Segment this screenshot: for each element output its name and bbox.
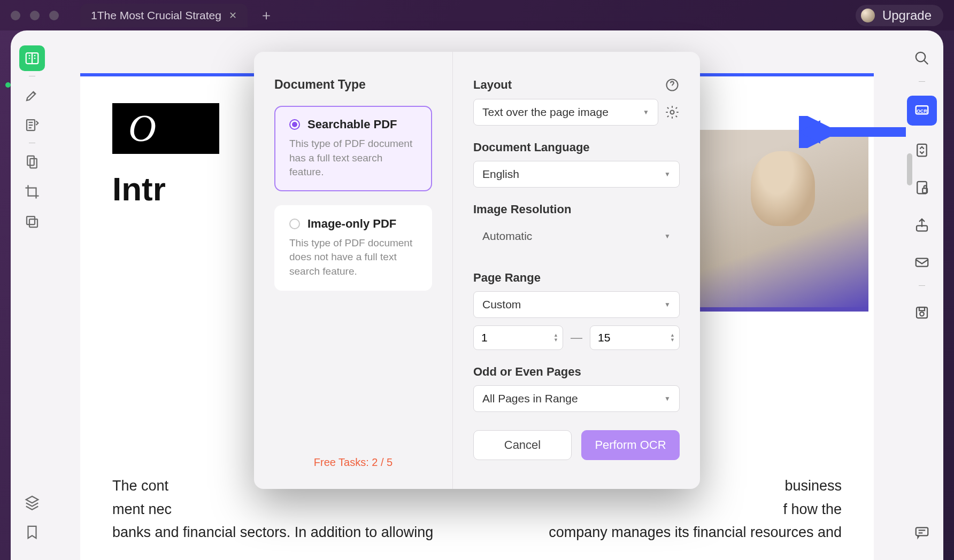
svg-rect-10	[917, 144, 927, 157]
svg-rect-11	[917, 182, 927, 194]
layout-select[interactable]: Text over the page image ▼	[473, 99, 658, 126]
page-to-input[interactable]: 15 ▲▼	[590, 325, 680, 350]
pages-panel-button[interactable]	[19, 149, 45, 175]
radio-icon	[289, 119, 300, 130]
dialog-left-pane: Document Type Searchable PDF This type o…	[254, 52, 453, 489]
free-tasks-label: Free Tasks: 2 / 5	[274, 456, 432, 469]
status-dot	[5, 82, 11, 88]
document-tab[interactable]: 1The Most Crucial Strateg ✕	[80, 4, 248, 27]
avatar	[861, 9, 875, 22]
gear-icon[interactable]	[665, 105, 680, 120]
chevron-down-icon: ▼	[643, 108, 649, 116]
odd-even-select[interactable]: All Pages in Range ▼	[473, 385, 680, 412]
document-photo	[687, 130, 868, 312]
left-toolbar	[11, 30, 53, 560]
tab-title: 1The Most Crucial Strateg	[91, 9, 221, 22]
right-toolbar: OCR	[901, 30, 943, 560]
bookmark-button[interactable]	[19, 519, 45, 545]
minimize-window[interactable]	[30, 11, 40, 20]
radio-icon	[289, 219, 300, 229]
close-window[interactable]	[11, 11, 20, 20]
svg-rect-14	[916, 259, 928, 267]
page-from-value: 1	[481, 331, 488, 344]
option-image-only-pdf[interactable]: Image-only PDF This type of PDF document…	[274, 205, 432, 291]
save-button[interactable]	[909, 300, 935, 325]
toolbar-separator	[27, 76, 37, 77]
upgrade-button[interactable]: Upgrade	[856, 5, 943, 26]
toolbar-separator	[918, 83, 926, 84]
stepper-down-icon[interactable]: ▼	[670, 338, 675, 343]
doc-language-select[interactable]: English ▼	[473, 161, 680, 188]
close-tab-icon[interactable]: ✕	[229, 10, 237, 21]
svg-rect-4	[27, 216, 35, 224]
option-searchable-pdf[interactable]: Searchable PDF This type of PDF document…	[274, 106, 432, 191]
ocr-button[interactable]: OCR	[907, 96, 937, 126]
dialog-right-pane: Layout Text over the page image ▼	[453, 52, 700, 489]
svg-rect-5	[29, 219, 37, 227]
upgrade-label: Upgrade	[882, 8, 932, 23]
image-resolution-label: Image Resolution	[473, 203, 680, 216]
help-icon[interactable]	[665, 77, 680, 92]
chevron-down-icon: ▼	[664, 232, 671, 240]
page-range-select[interactable]: Custom ▼	[473, 291, 680, 318]
search-button[interactable]	[909, 45, 935, 71]
option-desc: This type of PDF document has a full tex…	[289, 137, 417, 180]
svg-rect-3	[30, 159, 37, 168]
convert-button[interactable]	[909, 137, 935, 163]
perform-ocr-button[interactable]: Perform OCR	[581, 430, 680, 460]
scrollbar-thumb[interactable]	[907, 153, 912, 185]
image-resolution-value: Automatic	[482, 230, 532, 243]
layers-button[interactable]	[19, 489, 45, 515]
titlebar: 1The Most Crucial Strateg ✕ ＋ Upgrade	[0, 0, 954, 30]
document-logo: O	[112, 103, 219, 154]
svg-point-20	[671, 111, 674, 114]
page-to-value: 15	[598, 331, 610, 344]
odd-even-label: Odd or Even Pages	[473, 365, 680, 379]
window-controls	[11, 11, 59, 20]
protect-button[interactable]	[909, 175, 935, 200]
svg-text:OCR: OCR	[917, 108, 927, 114]
chevron-down-icon: ▼	[664, 395, 671, 402]
image-resolution-select[interactable]: Automatic ▼	[473, 223, 680, 250]
doc-language-value: English	[482, 168, 519, 181]
page-from-input[interactable]: 1 ▲▼	[473, 325, 563, 350]
callout-arrow-icon	[799, 116, 906, 148]
layout-value: Text over the page image	[482, 106, 609, 119]
option-name: Searchable PDF	[307, 118, 397, 131]
toolbar-separator	[27, 143, 37, 144]
range-dash: —	[571, 331, 582, 345]
option-desc: This type of PDF document does not have …	[289, 236, 417, 279]
page-range-value: Custom	[482, 298, 521, 311]
zoom-window[interactable]	[49, 11, 59, 20]
highlight-tool-button[interactable]	[19, 82, 45, 108]
svg-rect-17	[919, 307, 925, 310]
option-name: Image-only PDF	[307, 217, 396, 231]
odd-even-value: All Pages in Range	[482, 392, 578, 405]
annotate-tool-button[interactable]	[19, 112, 45, 138]
svg-rect-18	[916, 527, 928, 535]
comments-button[interactable]	[909, 519, 935, 545]
stepper-down-icon[interactable]: ▼	[553, 338, 558, 343]
copy-tool-button[interactable]	[19, 209, 45, 235]
chevron-down-icon: ▼	[664, 170, 671, 178]
app-surface: O Intr The cont ment nec banks and finan…	[11, 30, 943, 560]
svg-point-16	[920, 312, 924, 316]
svg-rect-2	[27, 156, 34, 166]
cancel-button[interactable]: Cancel	[473, 430, 572, 460]
layout-label: Layout	[473, 78, 512, 92]
page-range-label: Page Range	[473, 271, 680, 285]
svg-point-7	[916, 52, 926, 62]
ocr-dialog: Document Type Searchable PDF This type o…	[254, 52, 700, 489]
doc-language-label: Document Language	[473, 141, 680, 154]
document-type-label: Document Type	[274, 77, 432, 92]
share-button[interactable]	[909, 212, 935, 238]
reader-mode-button[interactable]	[19, 45, 45, 71]
chevron-down-icon: ▼	[664, 301, 671, 308]
crop-tool-button[interactable]	[19, 179, 45, 205]
mail-button[interactable]	[909, 250, 935, 275]
new-tab-button[interactable]: ＋	[259, 6, 273, 25]
toolbar-separator	[918, 287, 926, 288]
